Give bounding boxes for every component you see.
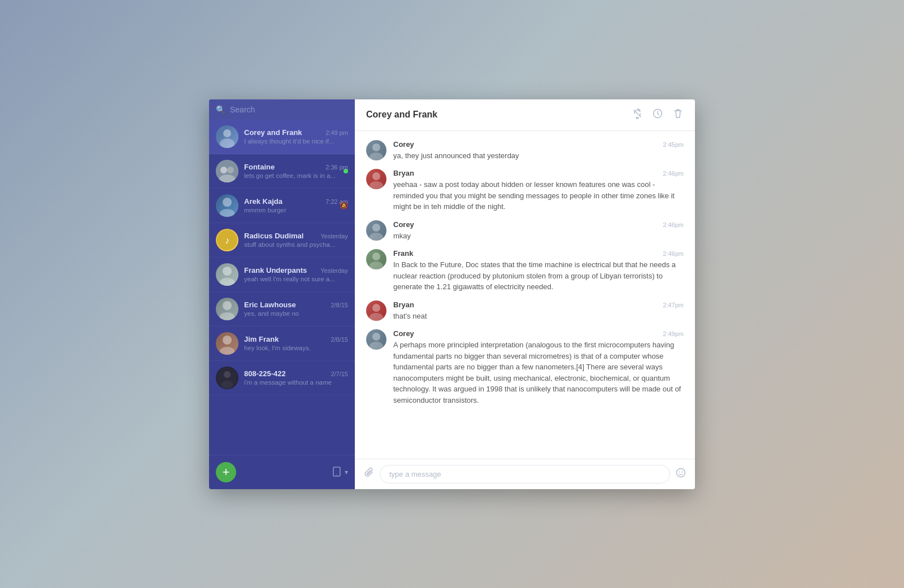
clock-icon [652,108,663,119]
svg-point-10 [223,267,232,276]
conv-info: 808-225-422 2/7/15 i'm a message without… [244,369,348,386]
conv-info: Frank Underpants Yesterday yeah well I'm… [244,266,348,282]
svg-point-22 [372,143,380,151]
conv-preview: stuff about synths and psycha... [244,241,348,248]
svg-point-18 [221,381,233,389]
message-text: mkay [393,230,684,242]
chat-header: Corey and Frank [355,99,695,131]
message-content: Corey 2:45pm ya, they just announced tha… [393,140,684,162]
message-text: A perhaps more principled interpretation… [393,339,684,406]
app-window: 🔍 Corey and Frank 2:49 pm I always [209,99,695,489]
conversation-item-eric[interactable]: Eric Lawhouse 2/8/15 yes, and maybe no [209,292,355,326]
conv-time: 2/7/15 [331,371,348,377]
avatar [216,298,238,320]
svg-point-26 [372,224,380,232]
message-content: Bryan 2:47pm that's neat [393,300,684,322]
chat-input-area [355,459,695,489]
emoji-button[interactable] [676,468,686,481]
conv-preview: yeah well I'm really not sure a... [244,276,348,282]
message-sender: Corey [393,220,414,229]
conv-preview: yes, and maybe no [244,310,348,317]
history-button[interactable] [652,108,663,122]
svg-point-12 [223,301,232,310]
message-content: Corey 2:46pm mkay [393,220,684,242]
message-sender: Bryan [393,300,414,309]
conversation-item-808[interactable]: 808-225-422 2/7/15 i'm a message without… [209,361,355,395]
search-icon: 🔍 [216,105,225,114]
conv-name: 808-225-422 [244,369,286,378]
avatar: ♪ [216,229,238,251]
svg-point-7 [220,209,234,217]
avatar [216,332,238,355]
sender-avatar [366,249,386,269]
svg-point-36 [682,471,683,472]
svg-point-30 [372,304,380,312]
conv-info: Eric Lawhouse 2/8/15 yes, and maybe no [244,300,348,317]
messages-area: Corey 2:45pm ya, they just announced tha… [355,131,695,459]
conversation-item-frank-underpants[interactable]: Frank Underpants Yesterday yeah well I'm… [209,258,355,292]
conversation-item-jim[interactable]: Jim Frank 2/8/15 hey look, I'm sideways. [209,326,355,361]
svg-point-29 [370,262,383,269]
message-5: Bryan 2:47pm that's neat [366,300,684,322]
conv-time: Yesterday [320,233,348,239]
message-text: ya, they just announced that yesterday [393,150,684,162]
sender-avatar [366,300,386,321]
message-content: Frank 2:46pm In Back to the Future, Doc … [393,249,684,293]
attach-button[interactable] [364,468,374,481]
delete-button[interactable] [672,108,684,122]
message-sender: Corey [393,329,414,338]
conv-name: Fontaine [244,163,275,171]
conv-preview: i'm a message without a name [244,379,348,386]
chat-title: Corey and Frank [366,110,437,120]
chat-actions [632,108,684,122]
online-indicator [344,169,348,173]
conv-time: 2:49 pm [325,129,348,136]
svg-point-6 [223,198,232,207]
sidebar: 🔍 Corey and Frank 2:49 pm I always [209,99,355,489]
conv-preview: hey look, I'm sideways. [244,345,348,351]
message-time: 2:46pm [663,221,684,228]
message-input[interactable] [380,465,670,484]
svg-point-1 [220,138,234,148]
message-text: In Back to the Future, Doc states that t… [393,259,684,293]
add-conversation-button[interactable]: + [216,462,236,482]
device-switcher[interactable]: ▾ [332,467,348,478]
conversation-item-corey-frank[interactable]: Corey and Frank 2:49 pm I always thought… [209,120,355,154]
svg-point-25 [370,181,383,189]
message-time: 2:45pm [663,141,684,148]
conv-time: 2/8/15 [331,336,348,343]
svg-point-17 [224,371,231,378]
sender-avatar [366,169,386,189]
conversation-item-radicus[interactable]: ♪ Radicus Dudimal Yesterday stuff about … [209,223,355,258]
search-input[interactable] [230,105,348,114]
svg-point-23 [370,153,383,160]
bell-mute-icon [632,108,643,119]
message-6: Corey 2:49pm A perhaps more principled i… [366,329,684,406]
message-time: 2:47pm [663,302,684,308]
device-arrow: ▾ [345,468,348,476]
message-4: Frank 2:46pm In Back to the Future, Doc … [366,249,684,293]
message-3: Corey 2:46pm mkay [366,220,684,242]
trash-icon [672,108,684,119]
conversation-item-fontaine[interactable]: Fontaine 2:36 pm lets go get coffee, mar… [209,154,355,189]
mute-button[interactable] [632,108,643,122]
message-time: 2:46pm [663,250,684,257]
svg-point-32 [372,333,380,341]
svg-point-4 [227,167,234,173]
avatar [216,367,238,389]
message-sender: Corey [393,140,414,149]
conv-name: Jim Frank [244,335,279,343]
tablet-icon [332,467,343,478]
conversation-item-arek[interactable]: Arek Kajda 7:22 am mmmm burger 🔕 [209,189,355,223]
main-chat: Corey and Frank [355,99,695,489]
svg-point-14 [223,336,232,345]
message-sender: Bryan [393,169,414,177]
message-time: 2:49pm [663,330,684,337]
sidebar-footer: + ▾ [209,455,355,489]
svg-point-31 [370,313,383,321]
message-1: Corey 2:45pm ya, they just announced tha… [366,140,684,162]
sender-avatar [366,329,386,350]
conv-preview: lets go get coffee, mark is in a... [244,172,348,179]
svg-point-27 [370,233,383,241]
sender-avatar [366,220,386,241]
